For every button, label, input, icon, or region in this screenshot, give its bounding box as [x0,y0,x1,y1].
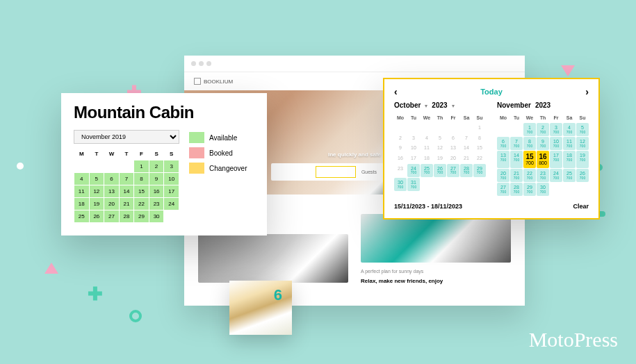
picker-day[interactable]: 23 [394,164,407,177]
cal-day[interactable]: 25 [74,210,90,223]
picker-day[interactable]: 8 [473,133,486,143]
picker-day[interactable]: 5700 [576,123,589,136]
picker-day[interactable]: 13 [447,143,459,153]
picker-day[interactable]: 9 [394,143,407,153]
picker-day[interactable]: 24700 [550,169,562,182]
picker-day[interactable]: 13700 [497,151,509,168]
picker-day[interactable]: 12 [434,143,446,153]
picker-day[interactable]: 20 [447,154,459,163]
picker-day[interactable]: 5 [434,133,446,143]
cal-day[interactable]: 10 [164,173,179,185]
picker-day[interactable]: 30700 [394,178,407,191]
picker-day[interactable]: 11 [421,143,433,153]
cal-day[interactable]: 5 [89,173,104,185]
picker-day[interactable]: 17700 [550,151,562,168]
cal-day[interactable]: 8 [134,173,149,185]
prev-month-button[interactable]: ‹ [394,86,398,97]
picker-day[interactable]: 4700 [563,123,576,136]
cal-day[interactable]: 3 [164,160,179,173]
cal-day[interactable]: 7 [119,173,134,185]
picker-day[interactable]: 18 [421,154,433,163]
cal-day[interactable]: 23 [149,198,164,210]
cal-day[interactable]: 4 [74,173,90,185]
cal-day[interactable]: 20 [104,198,120,210]
picker-day[interactable]: 22 [473,154,486,163]
cal-day[interactable]: 17 [164,185,179,198]
picker-day[interactable]: 7700 [510,137,523,150]
cal-day[interactable]: 27 [104,210,120,223]
picker-day[interactable]: 28700 [510,183,523,196]
picker-day[interactable]: 18700 [563,151,576,168]
picker-day[interactable]: 21 [460,154,473,163]
swatch-booked-icon [189,147,204,158]
cal-day[interactable]: 29 [134,210,149,223]
picker-day[interactable]: 2 [394,133,407,143]
picker-day[interactable]: 19 [434,154,446,163]
cal-day[interactable]: 18 [74,198,90,210]
picker-day[interactable]: 8700 [523,137,536,150]
picker-day[interactable]: 9700 [537,137,549,150]
picker-day[interactable]: 7 [460,133,473,143]
next-month-button[interactable]: › [585,86,589,97]
picker-day[interactable]: 1 [473,123,486,133]
picker-day[interactable]: 21700 [510,169,523,182]
picker-day[interactable]: 23700 [537,169,549,182]
picker-day[interactable]: 12700 [576,137,589,150]
cal-day[interactable]: 22 [134,198,149,210]
picker-day[interactable]: 28700 [460,164,473,177]
cal-day[interactable]: 21 [119,198,134,210]
cal-day[interactable]: 14 [119,185,134,198]
picker-day[interactable]: 27700 [497,183,509,196]
picker-day[interactable]: 24700 [407,164,420,177]
picker-day[interactable]: 25700 [421,164,433,177]
cal-day[interactable]: 11 [74,185,90,198]
picker-day[interactable]: 3 [407,133,420,143]
today-link[interactable]: Today [480,88,503,96]
picker-day[interactable]: 25700 [563,169,576,182]
picker-day[interactable]: 11700 [563,137,576,150]
picker-day[interactable]: 4 [421,133,433,143]
cal-day[interactable]: 30 [149,210,164,223]
picker-day[interactable]: 30700 [537,183,549,196]
picker-day[interactable]: 15 [473,143,486,153]
cal-day[interactable]: 15 [134,185,149,198]
cal-day[interactable]: 1 [134,160,149,173]
picker-day[interactable]: 14700 [510,151,523,168]
picker-day[interactable]: 29700 [473,164,486,177]
clear-button[interactable]: Clear [573,203,589,210]
picker-day[interactable]: 16 [394,154,407,163]
picker-day[interactable]: 16800 [537,151,549,168]
checkin-input[interactable] [274,166,313,178]
picker-day[interactable]: 14 [460,143,473,153]
picker-day[interactable]: 20700 [497,169,509,182]
month-november: November 2023 MoTuWeThFrSaSu170027003700… [497,101,589,196]
cal-day[interactable]: 24 [164,198,179,210]
picker-day[interactable]: 1700 [523,123,536,136]
cal-day[interactable]: 2 [149,160,164,173]
cal-day[interactable]: 13 [104,185,120,198]
cal-day[interactable]: 28 [119,210,134,223]
checkout-input[interactable] [316,166,356,178]
cal-day[interactable]: 26 [89,210,104,223]
picker-day[interactable]: 15700 [523,151,536,168]
picker-day[interactable]: 10700 [550,137,562,150]
picker-day[interactable]: 6 [447,133,459,143]
picker-day[interactable]: 26700 [576,169,589,182]
picker-day[interactable]: 2700 [537,123,549,136]
cal-day[interactable]: 19 [89,198,104,210]
cal-day[interactable]: 16 [149,185,164,198]
picker-day[interactable]: 27700 [447,164,459,177]
picker-day[interactable]: 6700 [497,137,509,150]
cal-day[interactable]: 6 [104,173,120,185]
cal-day[interactable]: 12 [89,185,104,198]
picker-day[interactable]: 17 [407,154,420,163]
picker-day[interactable]: 22700 [523,169,536,182]
picker-day[interactable]: 3700 [550,123,562,136]
month-select[interactable]: November 2019 [74,130,179,144]
picker-day[interactable]: 26700 [434,164,446,177]
picker-day[interactable]: 19700 [576,151,589,168]
picker-day[interactable]: 29700 [523,183,536,196]
picker-day[interactable]: 10 [407,143,420,153]
picker-day[interactable]: 31700 [407,178,420,191]
cal-day[interactable]: 9 [149,173,164,185]
